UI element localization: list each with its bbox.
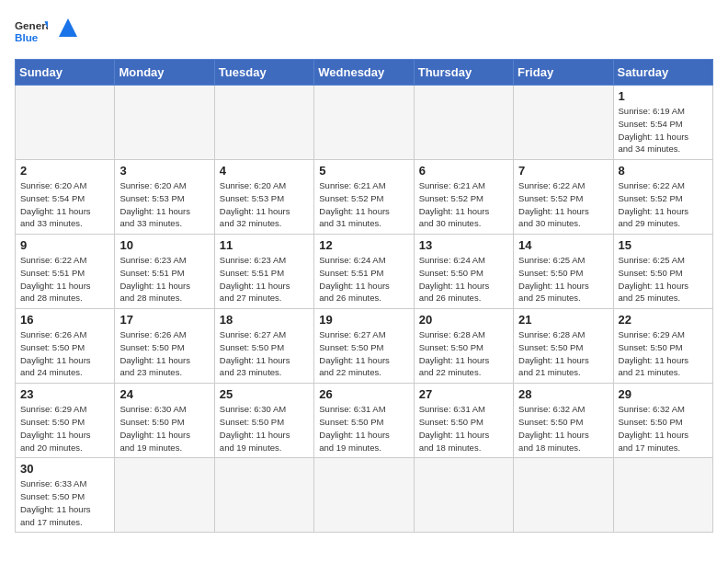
- calendar-cell: 13Sunrise: 6:24 AMSunset: 5:50 PMDayligh…: [414, 235, 513, 309]
- day-info: Sunrise: 6:29 AMSunset: 5:50 PMDaylight:…: [619, 328, 708, 379]
- calendar-cell: 20Sunrise: 6:28 AMSunset: 5:50 PMDayligh…: [414, 309, 513, 384]
- day-header-tuesday: Tuesday: [214, 60, 313, 86]
- calendar-cell: 17Sunrise: 6:26 AMSunset: 5:50 PMDayligh…: [115, 309, 214, 384]
- day-number: 27: [419, 387, 508, 401]
- day-info: Sunrise: 6:20 AMSunset: 5:53 PMDaylight:…: [119, 179, 209, 230]
- day-info: Sunrise: 6:32 AMSunset: 5:50 PMDaylight:…: [518, 403, 608, 454]
- day-number: 5: [319, 164, 408, 178]
- calendar-cell: 12Sunrise: 6:24 AMSunset: 5:51 PMDayligh…: [314, 235, 414, 309]
- calendar-cell: 26Sunrise: 6:31 AMSunset: 5:50 PMDayligh…: [314, 384, 414, 458]
- day-info: Sunrise: 6:32 AMSunset: 5:50 PMDaylight:…: [619, 403, 708, 454]
- day-number: 14: [518, 238, 608, 252]
- day-number: 28: [518, 387, 608, 401]
- day-info: Sunrise: 6:28 AMSunset: 5:50 PMDaylight:…: [518, 328, 608, 379]
- day-number: 13: [419, 238, 508, 252]
- calendar-cell: 30Sunrise: 6:33 AMSunset: 5:50 PMDayligh…: [16, 458, 115, 533]
- logo-icon: General Blue: [15, 15, 48, 48]
- day-info: Sunrise: 6:19 AMSunset: 5:54 PMDaylight:…: [619, 105, 708, 155]
- day-number: 21: [518, 313, 608, 327]
- day-info: Sunrise: 6:20 AMSunset: 5:54 PMDaylight:…: [20, 179, 109, 230]
- day-number: 8: [619, 164, 708, 178]
- calendar-cell: 29Sunrise: 6:32 AMSunset: 5:50 PMDayligh…: [613, 384, 712, 458]
- calendar-header-row: SundayMondayTuesdayWednesdayThursdayFrid…: [16, 60, 713, 86]
- calendar-week-row: 1Sunrise: 6:19 AMSunset: 5:54 PMDaylight…: [16, 86, 713, 160]
- day-info: Sunrise: 6:31 AMSunset: 5:50 PMDaylight:…: [319, 403, 408, 454]
- calendar-cell: 25Sunrise: 6:30 AMSunset: 5:50 PMDayligh…: [214, 384, 313, 458]
- calendar-cell: 6Sunrise: 6:21 AMSunset: 5:52 PMDaylight…: [414, 160, 513, 235]
- day-info: Sunrise: 6:23 AMSunset: 5:51 PMDaylight:…: [119, 254, 209, 304]
- svg-text:General: General: [15, 19, 48, 31]
- calendar-cell: 21Sunrise: 6:28 AMSunset: 5:50 PMDayligh…: [514, 309, 613, 384]
- calendar-cell: [16, 86, 115, 160]
- day-number: 12: [319, 238, 408, 252]
- calendar-week-row: 16Sunrise: 6:26 AMSunset: 5:50 PMDayligh…: [16, 309, 713, 384]
- day-info: Sunrise: 6:25 AMSunset: 5:50 PMDaylight:…: [518, 254, 608, 304]
- calendar-cell: [115, 86, 214, 160]
- day-number: 9: [20, 238, 109, 252]
- day-info: Sunrise: 6:22 AMSunset: 5:51 PMDaylight:…: [20, 254, 109, 304]
- calendar-cell: 14Sunrise: 6:25 AMSunset: 5:50 PMDayligh…: [514, 235, 613, 309]
- day-header-friday: Friday: [514, 60, 613, 86]
- calendar-cell: [314, 458, 414, 533]
- calendar-cell: 3Sunrise: 6:20 AMSunset: 5:53 PMDaylight…: [115, 160, 214, 235]
- svg-marker-3: [59, 18, 77, 37]
- calendar-cell: [115, 458, 214, 533]
- day-number: 7: [518, 164, 608, 178]
- calendar-cell: [314, 86, 414, 160]
- day-info: Sunrise: 6:25 AMSunset: 5:50 PMDaylight:…: [619, 254, 708, 304]
- calendar-cell: 18Sunrise: 6:27 AMSunset: 5:50 PMDayligh…: [214, 309, 313, 384]
- day-info: Sunrise: 6:29 AMSunset: 5:50 PMDaylight:…: [20, 403, 109, 454]
- calendar-cell: [414, 86, 513, 160]
- day-number: 15: [619, 238, 708, 252]
- calendar-cell: 7Sunrise: 6:22 AMSunset: 5:52 PMDaylight…: [514, 160, 613, 235]
- day-info: Sunrise: 6:24 AMSunset: 5:51 PMDaylight:…: [319, 254, 408, 304]
- calendar-week-row: 30Sunrise: 6:33 AMSunset: 5:50 PMDayligh…: [16, 458, 713, 533]
- day-number: 6: [419, 164, 508, 178]
- calendar-cell: 5Sunrise: 6:21 AMSunset: 5:52 PMDaylight…: [314, 160, 414, 235]
- calendar-cell: 1Sunrise: 6:19 AMSunset: 5:54 PMDaylight…: [613, 86, 712, 160]
- day-number: 16: [20, 313, 109, 327]
- calendar-cell: 22Sunrise: 6:29 AMSunset: 5:50 PMDayligh…: [613, 309, 712, 384]
- day-number: 1: [619, 89, 708, 103]
- day-info: Sunrise: 6:24 AMSunset: 5:50 PMDaylight:…: [419, 254, 508, 304]
- day-number: 17: [119, 313, 209, 327]
- calendar-cell: 2Sunrise: 6:20 AMSunset: 5:54 PMDaylight…: [16, 160, 115, 235]
- day-info: Sunrise: 6:22 AMSunset: 5:52 PMDaylight:…: [619, 179, 708, 230]
- day-number: 22: [619, 313, 708, 327]
- day-number: 18: [220, 313, 309, 327]
- day-info: Sunrise: 6:28 AMSunset: 5:50 PMDaylight:…: [419, 328, 508, 379]
- page-header: General Blue: [15, 15, 713, 48]
- day-number: 20: [419, 313, 508, 327]
- calendar-cell: 11Sunrise: 6:23 AMSunset: 5:51 PMDayligh…: [214, 235, 313, 309]
- day-number: 11: [220, 238, 309, 252]
- calendar-cell: 24Sunrise: 6:30 AMSunset: 5:50 PMDayligh…: [115, 384, 214, 458]
- logo: General Blue: [15, 15, 77, 48]
- calendar-cell: 8Sunrise: 6:22 AMSunset: 5:52 PMDaylight…: [613, 160, 712, 235]
- day-info: Sunrise: 6:23 AMSunset: 5:51 PMDaylight:…: [220, 254, 309, 304]
- day-info: Sunrise: 6:27 AMSunset: 5:50 PMDaylight:…: [220, 328, 309, 379]
- calendar-cell: 9Sunrise: 6:22 AMSunset: 5:51 PMDaylight…: [16, 235, 115, 309]
- day-info: Sunrise: 6:26 AMSunset: 5:50 PMDaylight:…: [119, 328, 209, 379]
- calendar-cell: [613, 458, 712, 533]
- calendar-cell: [214, 458, 313, 533]
- day-number: 24: [119, 387, 209, 401]
- day-number: 25: [220, 387, 309, 401]
- calendar-cell: 15Sunrise: 6:25 AMSunset: 5:50 PMDayligh…: [613, 235, 712, 309]
- day-info: Sunrise: 6:30 AMSunset: 5:50 PMDaylight:…: [119, 403, 209, 454]
- day-info: Sunrise: 6:22 AMSunset: 5:52 PMDaylight:…: [518, 179, 608, 230]
- day-number: 23: [20, 387, 109, 401]
- calendar-week-row: 2Sunrise: 6:20 AMSunset: 5:54 PMDaylight…: [16, 160, 713, 235]
- day-info: Sunrise: 6:21 AMSunset: 5:52 PMDaylight:…: [319, 179, 408, 230]
- calendar-cell: 23Sunrise: 6:29 AMSunset: 5:50 PMDayligh…: [16, 384, 115, 458]
- calendar-week-row: 23Sunrise: 6:29 AMSunset: 5:50 PMDayligh…: [16, 384, 713, 458]
- day-number: 4: [220, 164, 309, 178]
- day-header-saturday: Saturday: [613, 60, 712, 86]
- calendar-cell: 28Sunrise: 6:32 AMSunset: 5:50 PMDayligh…: [514, 384, 613, 458]
- calendar-cell: [514, 86, 613, 160]
- calendar-cell: 27Sunrise: 6:31 AMSunset: 5:50 PMDayligh…: [414, 384, 513, 458]
- day-number: 10: [119, 238, 209, 252]
- calendar-cell: [414, 458, 513, 533]
- day-info: Sunrise: 6:20 AMSunset: 5:53 PMDaylight:…: [220, 179, 309, 230]
- day-info: Sunrise: 6:26 AMSunset: 5:50 PMDaylight:…: [20, 328, 109, 379]
- day-info: Sunrise: 6:33 AMSunset: 5:50 PMDaylight:…: [20, 477, 109, 528]
